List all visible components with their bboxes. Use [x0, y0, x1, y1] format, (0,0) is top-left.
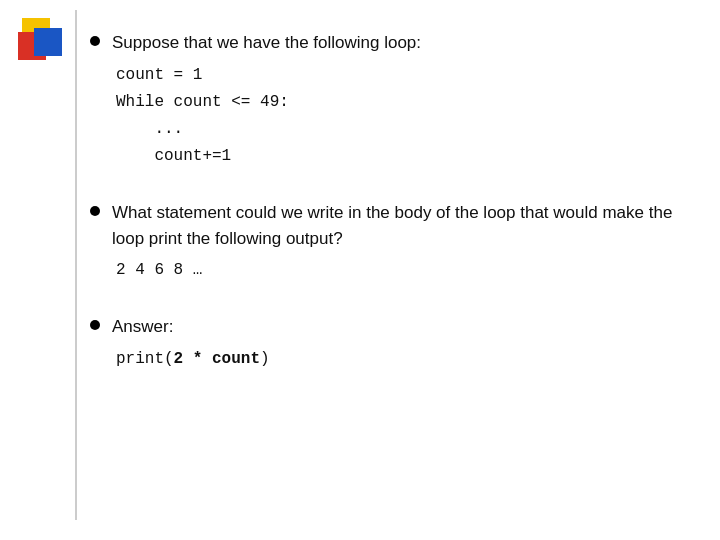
bullet-2-heading: What statement could we write in the bod… [112, 200, 700, 251]
code-output-line: 2 4 6 8 … [116, 261, 202, 279]
logo-decoration [18, 18, 70, 70]
bullet-3-code: print(2 * count) [112, 346, 700, 373]
logo-blue-square [34, 28, 62, 56]
code-line-1: count = 1 [116, 66, 202, 84]
code-line-2: While count <= 49: [116, 93, 289, 111]
bullet-dot-2 [90, 206, 100, 216]
bullet-item-1: Suppose that we have the following loop:… [90, 30, 700, 170]
code-line-4: count+=1 [116, 147, 231, 165]
bullet-item-2: What statement could we write in the bod… [90, 200, 700, 284]
bullet-dot-3 [90, 320, 100, 330]
bullet-text-1: Suppose that we have the following loop:… [112, 30, 700, 170]
bullet-text-2: What statement could we write in the bod… [112, 200, 700, 284]
bullet-dot-1 [90, 36, 100, 46]
code-line-3: ... [116, 120, 183, 138]
bullet-1-code: count = 1 While count <= 49: ... count+=… [112, 62, 700, 171]
vertical-divider [75, 10, 77, 520]
answer-label: Answer: [112, 314, 700, 340]
bullet-item-3: Answer: print(2 * count) [90, 314, 700, 373]
bullet-1-heading: Suppose that we have the following loop: [112, 30, 700, 56]
main-content: Suppose that we have the following loop:… [90, 10, 700, 530]
code-answer-bold: 2 * count [174, 350, 260, 368]
bullet-text-3: Answer: print(2 * count) [112, 314, 700, 373]
code-answer-line: print(2 * count) [116, 350, 270, 368]
bullet-list: Suppose that we have the following loop:… [90, 10, 700, 373]
bullet-2-code: 2 4 6 8 … [112, 257, 700, 284]
